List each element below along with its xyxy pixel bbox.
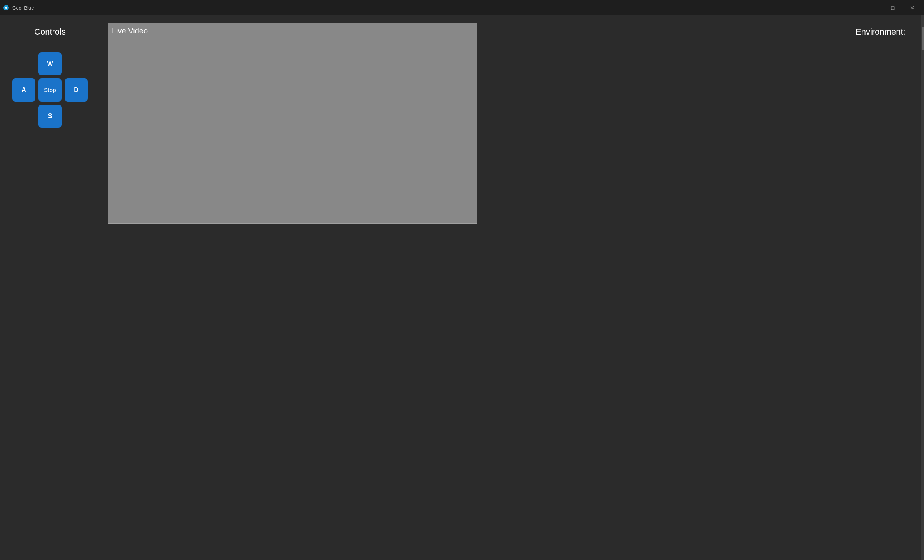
environment-panel: Environment: bbox=[852, 15, 921, 560]
scrollbar-thumb bbox=[922, 27, 924, 50]
w-button[interactable]: W bbox=[38, 52, 62, 75]
title-bar-left: Cool Blue bbox=[3, 5, 34, 11]
controls-row-middle: A Stop D bbox=[12, 78, 88, 102]
right-scrollbar[interactable] bbox=[921, 15, 924, 560]
controls-title: Controls bbox=[34, 27, 66, 37]
title-bar-controls: ─ □ ✕ bbox=[865, 2, 921, 13]
maximize-button[interactable]: □ bbox=[884, 2, 902, 13]
controls-grid: W A Stop D S bbox=[12, 52, 88, 128]
close-button[interactable]: ✕ bbox=[903, 2, 921, 13]
a-button[interactable]: A bbox=[12, 78, 35, 102]
video-feed bbox=[108, 23, 477, 223]
minimize-button[interactable]: ─ bbox=[865, 2, 882, 13]
controls-row-w: W bbox=[38, 52, 62, 75]
video-container: Live Video bbox=[108, 23, 477, 224]
title-bar: Cool Blue ─ □ ✕ bbox=[0, 0, 924, 15]
svg-point-1 bbox=[5, 7, 7, 9]
stop-button[interactable]: Stop bbox=[38, 78, 62, 102]
main-content: Controls W A Stop D S Live Video Envi bbox=[0, 15, 924, 560]
environment-title: Environment: bbox=[856, 27, 921, 37]
controls-row-s: S bbox=[38, 105, 62, 128]
d-button[interactable]: D bbox=[65, 78, 88, 102]
app-title: Cool Blue bbox=[12, 5, 34, 11]
s-button[interactable]: S bbox=[38, 105, 62, 128]
controls-panel: Controls W A Stop D S bbox=[0, 15, 100, 560]
video-panel: Live Video bbox=[100, 15, 852, 560]
app-icon bbox=[3, 5, 9, 11]
video-label: Live Video bbox=[108, 23, 152, 38]
